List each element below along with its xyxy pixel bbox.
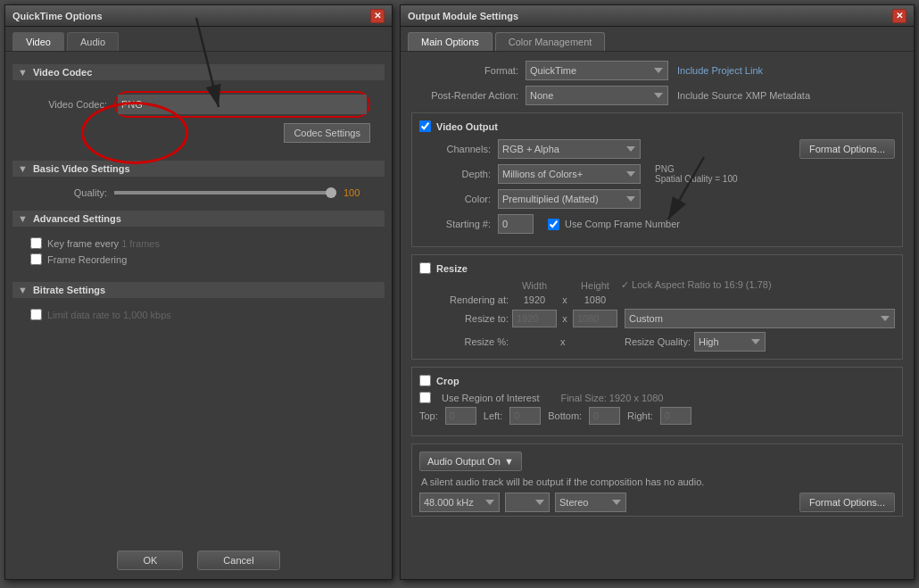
rendering-row: Rendering at: 1920 x 1080 [419, 294, 895, 305]
audio-format-options-button[interactable]: Format Options... [799, 493, 895, 512]
channels-label: Channels: [419, 144, 491, 154]
codec-settings-row: Codec Settings [27, 123, 370, 143]
crop-top-input[interactable] [445, 407, 476, 425]
output-module-dialog: Output Module Settings ✕ Main Options Co… [400, 4, 915, 580]
audio-output-button[interactable]: Audio Output On ▼ [419, 451, 522, 471]
starting-row: Starting #: Use Comp Frame Number [419, 214, 895, 234]
basic-video-section-header[interactable]: ▼ Basic Video Settings [12, 161, 385, 177]
channels-select[interactable]: RGB + Alpha [498, 139, 641, 159]
crop-left-input[interactable] [509, 407, 541, 425]
resize-title: Resize [436, 263, 468, 274]
video-codec-title: Video Codec [33, 67, 92, 78]
bitrate-section-header[interactable]: ▼ Bitrate Settings [12, 282, 385, 298]
resize-to-label: Resize to: [419, 313, 509, 324]
quality-row: Quality: 100 [27, 187, 370, 198]
qt-content: ▼ Video Codec Video Codec: PNG Codec Set… [5, 52, 392, 339]
advanced-settings-triangle: ▼ [18, 213, 28, 224]
codec-select[interactable]: PNG [118, 95, 367, 114]
quality-value: 100 [344, 187, 370, 198]
audio-header-row: Audio Output On ▼ [419, 451, 895, 471]
limit-data-row: Limit data rate to 1,000 kbps [27, 309, 370, 320]
audio-bit-select[interactable] [505, 493, 550, 512]
basic-video-content: Quality: 100 [12, 184, 385, 205]
color-select[interactable]: Premultiplied (Matted) [498, 189, 641, 209]
crop-roi-label: Use Region of Interest [442, 393, 539, 403]
include-project-link[interactable]: Include Project Link [677, 65, 763, 76]
qt-close-button[interactable]: ✕ [370, 9, 385, 23]
rendering-label: Rendering at: [419, 294, 509, 305]
post-render-label: Post-Render Action: [411, 90, 518, 101]
resize-height-input[interactable] [573, 310, 617, 327]
resize-pct-x: x [560, 336, 569, 347]
resize-col-headers: Width Height ✓ Lock Aspect Ratio to 16:9… [419, 279, 895, 291]
final-size-label: Final Size: 1920 x 1080 [560, 393, 663, 403]
qt-tab-video[interactable]: Video [12, 32, 64, 51]
quality-row-resize: Resize Quality: High [625, 332, 895, 352]
codec-select-container: PNG [114, 91, 370, 118]
ok-button[interactable]: OK [117, 551, 183, 570]
oms-titlebar: Output Module Settings ✕ [401, 5, 914, 27]
audio-channel-select[interactable]: Stereo [555, 493, 626, 512]
basic-video-title: Basic Video Settings [33, 163, 130, 174]
depth-select[interactable]: Millions of Colors+ [498, 164, 641, 184]
rendering-width: 1920 [512, 294, 557, 305]
resize-checkbox[interactable] [419, 262, 431, 274]
advanced-settings-section-header[interactable]: ▼ Advanced Settings [12, 211, 385, 227]
resize-pct-label: Resize %: [419, 336, 509, 347]
color-row: Color: Premultiplied (Matted) [419, 189, 895, 209]
basic-video-triangle: ▼ [18, 163, 28, 174]
resize-quality-select[interactable]: High [694, 332, 766, 352]
bitrate-title: Bitrate Settings [33, 285, 105, 295]
png-note-container: PNG Spatial Quality = 100 [648, 164, 738, 184]
video-codec-triangle: ▼ [18, 67, 28, 78]
audio-note: A silent audio track will be output if t… [421, 476, 895, 487]
oms-close-button[interactable]: ✕ [892, 9, 907, 23]
spatial-quality-note: Spatial Quality = 100 [655, 174, 738, 184]
frame-reorder-checkbox[interactable] [30, 253, 42, 265]
resize-pct-row: Resize %: x Resize Quality: High [419, 332, 895, 352]
oms-tab-main[interactable]: Main Options [408, 32, 493, 51]
crop-bottom-input[interactable] [589, 407, 620, 425]
advanced-settings-content: Key frame every 1 frames Frame Reorderin… [12, 234, 385, 277]
resize-custom-select[interactable]: Custom [625, 309, 895, 328]
audio-khz-select[interactable]: 48.000 kHz [419, 493, 500, 512]
video-codec-label: Video Codec: [27, 99, 107, 110]
format-select[interactable]: QuickTime [526, 61, 668, 80]
rendering-x: x [560, 294, 569, 305]
qt-tab-audio[interactable]: Audio [67, 32, 119, 51]
crop-right-input[interactable] [660, 407, 691, 425]
qt-footer: OK Cancel [5, 551, 392, 570]
starting-label: Starting #: [419, 219, 491, 229]
resize-quality-label: Resize Quality: [625, 336, 691, 347]
png-note: PNG [655, 164, 738, 174]
comp-frame-check: Use Comp Frame Number [548, 219, 680, 230]
codec-settings-button[interactable]: Codec Settings [284, 123, 370, 143]
resize-header: Resize [419, 262, 895, 274]
resize-width-input[interactable] [512, 310, 557, 327]
video-output-section: Video Output Channels: RGB + Alpha Forma… [411, 112, 903, 247]
video-format-options-button[interactable]: Format Options... [799, 139, 895, 159]
crop-title: Crop [436, 376, 460, 386]
video-output-header: Video Output [419, 120, 895, 132]
channels-row: Channels: RGB + Alpha Format Options... [419, 139, 895, 159]
video-output-checkbox[interactable] [419, 120, 431, 132]
crop-section: Crop Use Region of Interest Final Size: … [411, 367, 903, 436]
crop-roi-checkbox[interactable] [419, 392, 431, 403]
crop-checkbox[interactable] [419, 375, 431, 386]
include-xmp-label: Include Source XMP Metadata [677, 90, 810, 101]
video-codec-section-header[interactable]: ▼ Video Codec [12, 64, 385, 80]
comp-frame-checkbox[interactable] [548, 219, 559, 230]
starting-input[interactable] [498, 214, 534, 234]
cancel-button[interactable]: Cancel [197, 551, 279, 570]
keyframe-checkbox[interactable] [30, 237, 42, 249]
quality-slider[interactable] [114, 191, 336, 195]
crop-values-row: Top: Left: Bottom: Right: [419, 407, 895, 425]
audio-section: Audio Output On ▼ A silent audio track w… [411, 443, 903, 517]
comp-frame-label: Use Comp Frame Number [565, 219, 680, 229]
oms-tab-color[interactable]: Color Management [495, 32, 606, 51]
audio-output-label: Audio Output On [427, 456, 501, 467]
format-row: Format: QuickTime Include Project Link [411, 61, 903, 80]
resize-section: Resize Width Height ✓ Lock Aspect Ratio … [411, 254, 903, 360]
post-render-select[interactable]: None [526, 86, 668, 105]
limit-data-checkbox[interactable] [30, 309, 42, 320]
